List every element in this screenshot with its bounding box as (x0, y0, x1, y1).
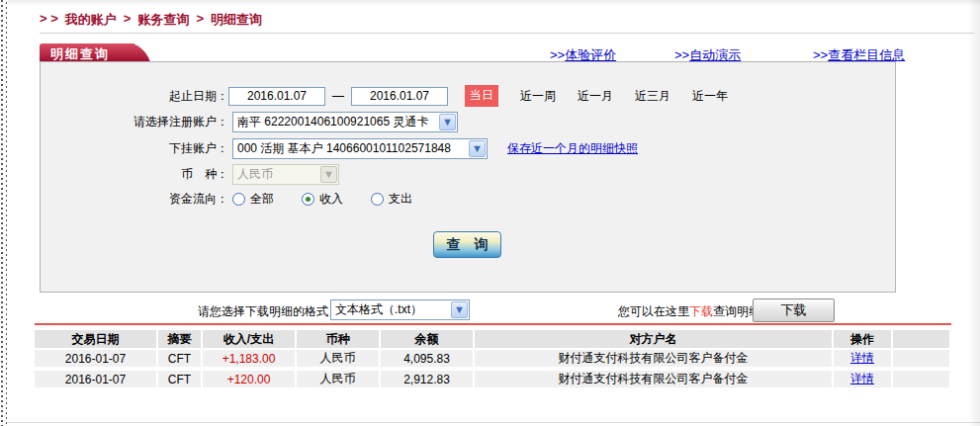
sub-account-select[interactable]: 000 活期 基本户 1406600101102571848 ▼ (232, 138, 488, 159)
date-range-label: 起止日期： (41, 88, 228, 105)
range-today-badge[interactable]: 当日 (465, 85, 498, 107)
download-format-select[interactable]: 文本格式（.txt） ▼ (330, 299, 470, 320)
cell-balance: 4,095.83 (381, 350, 475, 367)
link-label: 自动演示 (689, 47, 741, 62)
table-header-row: 交易日期 摘要 收入/支出 币种 余额 对方户名 操作 (35, 330, 949, 348)
range-last-3-months[interactable]: 近三月 (635, 88, 670, 105)
cell-spacer (893, 371, 949, 387)
header-balance: 余额 (381, 330, 475, 348)
detail-link[interactable]: 详情 (850, 350, 874, 367)
flow-option-income[interactable]: 收入 (302, 191, 343, 208)
save-snapshot-link[interactable]: 保存近一个月的明细快照 (507, 140, 638, 157)
radio-icon (232, 193, 245, 206)
link-prefix: >> (813, 47, 828, 62)
dropdown-arrow-icon: ▼ (451, 301, 468, 318)
range-last-month[interactable]: 近一月 (578, 88, 613, 105)
link-prefix: >> (674, 47, 689, 62)
radio-icon (371, 193, 384, 206)
breadcrumb-separator: > (196, 11, 204, 29)
table-row: 2016-01-07 CFT +120.00 人民币 2,912.83 财付通支… (35, 371, 949, 387)
radio-icon (302, 193, 314, 206)
query-button[interactable]: 查 询 (433, 231, 501, 258)
header-date: 交易日期 (35, 330, 158, 348)
cell-spacer (893, 350, 949, 367)
cell-currency: 人民币 (297, 371, 381, 387)
date-range-row: 起止日期： — 当日 近一周 近一月 近三月 近一年 (41, 85, 728, 107)
download-row: 请您选择下载明细的格式 文本格式（.txt） ▼ 您可以在这里下载查询明细结果 … (0, 298, 980, 324)
currency-select: 人民币 ▼ (232, 164, 339, 185)
sub-account-label: 下挂账户： (41, 140, 228, 157)
dropdown-arrow-icon: ▼ (320, 166, 337, 183)
cell-amount: +1,183.00 (203, 350, 297, 367)
link-label: 查看栏目信息 (828, 47, 905, 62)
page-top-strip (8, 0, 980, 6)
download-button[interactable]: 下载 (753, 298, 835, 322)
registered-account-row: 请选择注册账户： 南平 6222001406100921065 灵通卡 ▼ (41, 112, 458, 132)
breadcrumb-prefix: > > (40, 11, 58, 29)
fund-flow-label: 资金流向： (41, 191, 228, 208)
breadcrumb-my-account[interactable]: 我的账户 (65, 11, 117, 29)
date-dash: — (332, 89, 344, 103)
select-value: 人民币 (233, 166, 320, 183)
page-left-dashed-edge (0, 0, 8, 426)
dropdown-arrow-icon: ▼ (469, 140, 486, 157)
cell-date: 2016-01-07 (35, 350, 158, 367)
currency-row: 币 种： 人民币 ▼ (41, 164, 339, 185)
radio-label: 支出 (389, 191, 412, 208)
link-prefix: >> (550, 47, 565, 62)
flow-option-all[interactable]: 全部 (232, 191, 274, 208)
cell-counterparty: 财付通支付科技有限公司客户备付金 (475, 350, 834, 367)
page-right-shade (968, 0, 980, 426)
header-summary: 摘要 (158, 330, 203, 348)
radio-label: 收入 (319, 191, 343, 208)
detail-query-page: > > 我的账户 > 账务查询 > 明细查询 明细查询 >>体验评价 >>自动演… (0, 0, 980, 426)
range-last-year[interactable]: 近一年 (692, 88, 728, 105)
select-value: 文本格式（.txt） (331, 301, 451, 318)
sub-account-row: 下挂账户： 000 活期 基本户 1406600101102571848 ▼ 保… (41, 138, 638, 159)
cell-summary: CFT (158, 350, 203, 367)
currency-label: 币 种： (41, 166, 228, 183)
select-value: 南平 6222001406100921065 灵通卡 (233, 114, 439, 130)
cell-date: 2016-01-07 (35, 371, 158, 387)
page-bottom-divider (8, 422, 980, 423)
cell-amount: +120.00 (203, 371, 297, 387)
breadcrumb: > > 我的账户 > 账务查询 > 明细查询 (40, 11, 262, 29)
breadcrumb-separator: > (124, 11, 132, 29)
registered-account-select[interactable]: 南平 6222001406100921065 灵通卡 ▼ (232, 112, 458, 132)
red-divider (35, 323, 951, 325)
breadcrumb-divider (40, 33, 974, 34)
query-form-panel: 起止日期： — 当日 近一周 近一月 近三月 近一年 请选择注册账户： 南平 6… (40, 61, 896, 293)
table-row: 2016-01-07 CFT +1,183.00 人民币 4,095.83 财付… (35, 350, 949, 367)
registered-account-label: 请选择注册账户： (41, 114, 228, 130)
download-format-label: 请您选择下载明细的格式 (198, 303, 328, 320)
select-value: 000 活期 基本户 1406600101102571848 (233, 140, 469, 157)
tab-cap (118, 43, 150, 62)
header-currency: 币种 (297, 330, 381, 348)
header-spacer (893, 330, 949, 348)
header-amount: 收入/支出 (203, 330, 297, 348)
cell-counterparty: 财付通支付科技有限公司客户备付金 (475, 371, 834, 387)
hint-text: 您可以在这里 (618, 304, 689, 318)
dropdown-arrow-icon: ▼ (439, 114, 456, 130)
breadcrumb-account-query[interactable]: 账务查询 (137, 11, 189, 29)
link-label: 体验评价 (565, 47, 616, 62)
range-last-week[interactable]: 近一周 (520, 88, 556, 105)
header-action: 操作 (834, 330, 893, 348)
header-counterparty: 对方户名 (475, 330, 834, 348)
cell-summary: CFT (158, 371, 203, 387)
detail-link[interactable]: 详情 (850, 371, 874, 387)
download-inline-link[interactable]: 下载 (689, 304, 713, 318)
date-to-input[interactable] (351, 87, 448, 106)
cell-balance: 2,912.83 (381, 371, 475, 387)
transactions-table: 交易日期 摘要 收入/支出 币种 余额 对方户名 操作 2016-01-07 C… (35, 330, 949, 391)
date-from-input[interactable] (228, 87, 325, 106)
fund-flow-row: 资金流向： 全部 收入 支出 (41, 191, 440, 208)
radio-label: 全部 (250, 191, 274, 208)
flow-option-expense[interactable]: 支出 (371, 191, 412, 208)
tab-detail-query[interactable]: 明细查询 (40, 43, 138, 62)
breadcrumb-detail-query[interactable]: 明细查询 (211, 11, 262, 29)
cell-currency: 人民币 (297, 350, 381, 367)
